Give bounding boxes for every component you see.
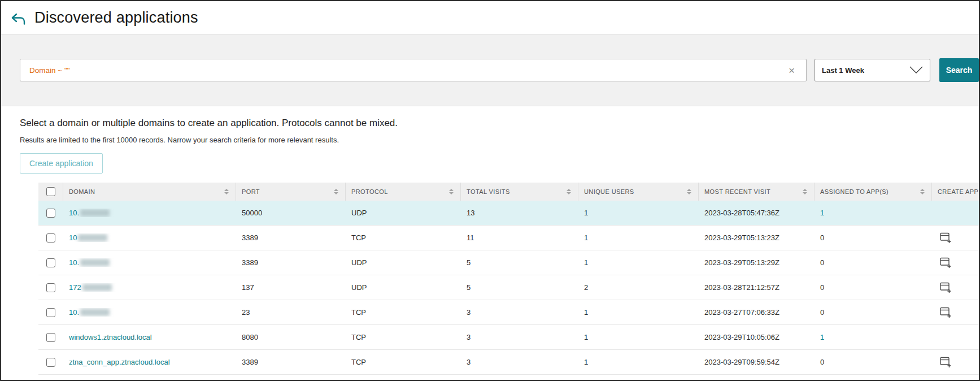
column-header-total-visits: TOTAL VISITS <box>461 183 578 201</box>
create-app-icon[interactable] <box>940 357 952 368</box>
page-title: Discovered applications <box>34 9 198 27</box>
domain-link[interactable]: 10. <box>69 258 79 267</box>
row-checkbox[interactable] <box>46 283 55 292</box>
most-recent-visit-cell: 2023-03-29T10:05:06Z <box>704 333 779 341</box>
page-header: Discovered applications <box>1 1 979 34</box>
sort-icon[interactable] <box>565 188 572 196</box>
assigned-to-apps-cell: 0 <box>820 358 824 366</box>
port-cell: 137 <box>242 283 254 292</box>
port-cell: 3389 <box>242 358 258 366</box>
unique-users-cell: 1 <box>584 358 588 366</box>
protocol-cell: TCP <box>351 358 366 366</box>
column-header-most-recent-visit: MOST RECENT VISIT <box>699 183 815 201</box>
table-row: 103389TCP1112023-03-29T05:13:23Z0 <box>38 226 979 250</box>
create-app-icon[interactable] <box>940 282 952 293</box>
column-header-label: PORT <box>242 188 260 195</box>
redacted-domain-blur <box>80 209 110 217</box>
protocol-cell: TCP <box>351 333 366 341</box>
total-visits-cell: 5 <box>467 258 471 267</box>
column-header-label: TOTAL VISITS <box>467 188 510 195</box>
create-application-button[interactable]: Create application <box>20 153 103 174</box>
column-header-label: UNIQUE USERS <box>584 188 634 195</box>
search-button[interactable]: Search <box>939 58 979 82</box>
instruction-text: Select a domain or multiple domains to c… <box>20 118 979 129</box>
back-arrow-icon[interactable] <box>10 12 25 25</box>
domain-link[interactable]: 172 <box>69 283 81 292</box>
time-range-value: Last 1 Week <box>822 66 864 75</box>
domain-link[interactable]: 10. <box>69 209 79 217</box>
table-row: 10.3389UDP512023-03-29T05:13:29Z0 <box>38 250 979 275</box>
table-row: ztna_conn_app.ztnacloud.local3389TCP3120… <box>38 350 979 375</box>
protocol-cell: UDP <box>351 258 367 267</box>
row-checkbox[interactable] <box>46 358 55 367</box>
total-visits-cell: 3 <box>467 333 471 341</box>
unique-users-cell: 1 <box>584 308 588 317</box>
port-cell: 3389 <box>242 258 258 267</box>
chevron-down-icon <box>909 66 923 74</box>
column-header-port: PORT <box>236 183 346 201</box>
row-checkbox[interactable] <box>46 233 55 243</box>
search-band: Domain ~ "" × Last 1 Week Search <box>1 34 979 106</box>
column-header-create-app: CREATE APP <box>932 183 980 201</box>
most-recent-visit-cell: 2023-03-29T09:59:54Z <box>704 358 779 366</box>
column-header-protocol: PROTOCOL <box>346 183 461 201</box>
table-header-row: DOMAINPORTPROTOCOLTOTAL VISITSUNIQUE USE… <box>38 183 979 201</box>
create-app-icon[interactable] <box>940 257 952 269</box>
sort-icon[interactable] <box>448 188 455 196</box>
page-frame: Discovered applications Domain ~ "" × La… <box>0 0 980 381</box>
column-header-domain: DOMAIN <box>63 183 236 201</box>
domain-link[interactable]: 10 <box>69 233 77 242</box>
total-visits-cell: 3 <box>467 308 471 317</box>
time-range-dropdown[interactable]: Last 1 Week <box>815 59 930 81</box>
row-checkbox[interactable] <box>46 333 55 342</box>
column-header-unique-users: UNIQUE USERS <box>578 183 699 201</box>
clear-search-icon[interactable]: × <box>786 64 797 77</box>
select-all-cell <box>38 183 63 201</box>
create-app-icon[interactable] <box>940 307 952 318</box>
port-cell: 23 <box>242 308 250 317</box>
redacted-domain-blur <box>82 284 112 291</box>
assigned-to-apps-cell: 0 <box>820 258 824 267</box>
redacted-domain-blur <box>80 309 110 316</box>
create-app-icon[interactable] <box>940 232 952 244</box>
unique-users-cell: 1 <box>584 258 588 267</box>
assigned-to-apps-cell[interactable]: 1 <box>820 333 824 341</box>
table-row: windows1.ztnacloud.local8080TCP312023-03… <box>38 325 979 350</box>
sort-icon[interactable] <box>223 188 230 196</box>
protocol-cell: UDP <box>351 209 367 217</box>
column-header-label: PROTOCOL <box>351 188 388 195</box>
table-row: 10.50000UDP1312023-03-28T05:47:36Z1 <box>38 201 979 226</box>
search-query-text: Domain ~ "" <box>29 66 70 75</box>
assigned-to-apps-cell[interactable]: 1 <box>820 209 824 217</box>
domain-link[interactable]: ztna_conn_app.ztnacloud.local <box>69 358 170 366</box>
protocol-cell: UDP <box>351 283 367 292</box>
unique-users-cell: 1 <box>584 209 588 217</box>
table-body: 10.50000UDP1312023-03-28T05:47:36Z110338… <box>38 201 979 375</box>
domain-link[interactable]: 10. <box>69 308 79 317</box>
domain-link[interactable]: windows1.ztnacloud.local <box>69 333 152 341</box>
select-all-checkbox[interactable] <box>46 187 55 196</box>
sort-icon[interactable] <box>686 188 692 196</box>
assigned-to-apps-cell: 0 <box>820 283 824 292</box>
column-header-label: DOMAIN <box>69 188 95 195</box>
column-header-assigned-to-app-s-: ASSIGNED TO APP(S) <box>815 183 932 201</box>
most-recent-visit-cell: 2023-03-27T07:06:33Z <box>704 308 779 317</box>
sort-icon[interactable] <box>802 188 808 196</box>
total-visits-cell: 3 <box>467 358 471 366</box>
port-cell: 3389 <box>242 233 258 242</box>
row-checkbox[interactable] <box>46 258 55 267</box>
redacted-domain-blur <box>78 234 107 241</box>
unique-users-cell: 1 <box>584 233 588 242</box>
assigned-to-apps-cell: 0 <box>820 233 824 242</box>
sort-icon[interactable] <box>919 188 926 196</box>
discovered-applications-table: DOMAINPORTPROTOCOLTOTAL VISITSUNIQUE USE… <box>38 183 979 375</box>
most-recent-visit-cell: 2023-03-28T21:12:57Z <box>704 283 779 292</box>
table-row: 172137UDP522023-03-28T21:12:57Z0 <box>38 275 979 300</box>
row-checkbox[interactable] <box>46 308 55 317</box>
column-header-label: ASSIGNED TO APP(S) <box>820 188 888 195</box>
unique-users-cell: 2 <box>584 283 588 292</box>
most-recent-visit-cell: 2023-03-29T05:13:23Z <box>704 233 779 242</box>
sort-icon[interactable] <box>333 188 339 196</box>
search-input[interactable]: Domain ~ "" × <box>20 59 807 81</box>
row-checkbox[interactable] <box>46 209 55 218</box>
